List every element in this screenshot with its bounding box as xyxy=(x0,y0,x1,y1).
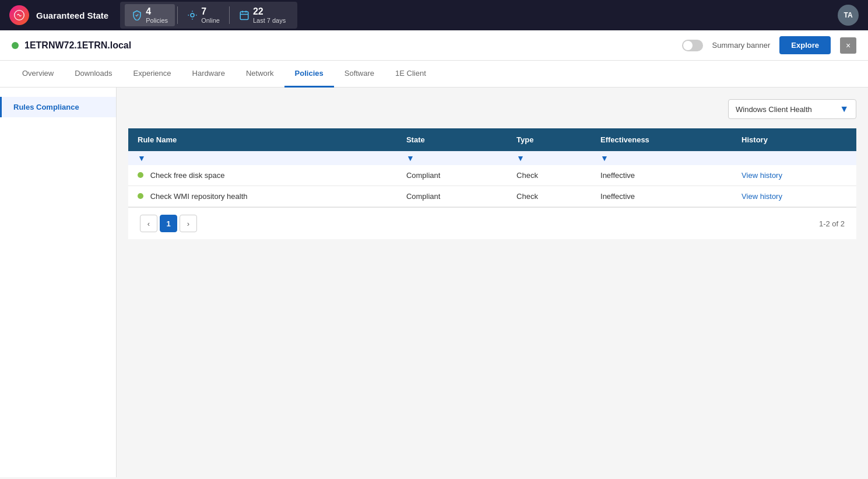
rules-table: Rule Name State Type Effectiveness Histo… xyxy=(128,128,856,207)
dropdown-container: Windows Client Health ▼ xyxy=(128,99,856,119)
table-row: Check WMI repository health Compliant Ch… xyxy=(128,186,856,207)
cell-effectiveness-2: Ineffective xyxy=(591,186,732,207)
app-logo xyxy=(9,5,29,25)
sidebar-item-rules-compliance[interactable]: Rules Compliance xyxy=(0,97,116,117)
main-content: Rules Compliance Windows Client Health ▼… xyxy=(0,88,868,477)
stat-online[interactable]: 7 Online xyxy=(180,4,227,26)
current-page-button[interactable]: 1 xyxy=(160,215,177,232)
device-name: 1ETRNW72.1ETRN.local xyxy=(24,40,131,51)
filter-rule-name[interactable]: ▼ xyxy=(128,151,397,165)
cell-state-1: Compliant xyxy=(397,165,507,186)
cell-rule-name-2: Check WMI repository health xyxy=(128,186,397,207)
svg-rect-2 xyxy=(240,12,248,20)
prev-page-button[interactable]: ‹ xyxy=(140,215,157,232)
filter-state[interactable]: ▼ xyxy=(397,151,507,165)
filter-row: ▼ ▼ ▼ ▼ xyxy=(128,151,856,165)
cell-type-1: Check xyxy=(507,165,591,186)
filter-icon-state: ▼ xyxy=(406,153,414,163)
tab-software[interactable]: Software xyxy=(334,61,385,88)
filter-type[interactable]: ▼ xyxy=(507,151,591,165)
top-bar: Guaranteed State 4 Policies 7 Online xyxy=(0,0,868,30)
device-status-dot xyxy=(12,42,19,49)
filter-icon-rule-name: ▼ xyxy=(138,153,146,163)
cell-rule-name-1: Check free disk space xyxy=(128,165,397,186)
tab-overview[interactable]: Overview xyxy=(12,61,64,88)
page-buttons: ‹ 1 › xyxy=(140,215,197,232)
tab-downloads[interactable]: Downloads xyxy=(64,61,122,88)
content-area: Windows Client Health ▼ Rule Name State … xyxy=(117,88,868,477)
cell-state-2: Compliant xyxy=(397,186,507,207)
col-rule-name: Rule Name xyxy=(128,128,397,151)
policies-label: Policies xyxy=(146,17,168,24)
tab-bar: Overview Downloads Experience Hardware N… xyxy=(0,61,868,88)
next-page-button[interactable]: › xyxy=(180,215,197,232)
sidebar-item-label: Rules Compliance xyxy=(13,103,79,111)
cell-history-1: View history xyxy=(732,165,856,186)
online-count: 7 xyxy=(201,6,220,17)
pagination-bar: ‹ 1 › 1-2 of 2 xyxy=(128,207,856,239)
online-label: Online xyxy=(201,17,220,24)
stat-divider-1 xyxy=(177,6,178,24)
dropdown-value: Windows Client Health xyxy=(736,105,812,114)
cell-type-2: Check xyxy=(507,186,591,207)
row-status-dot-2 xyxy=(138,193,143,199)
page-info: 1-2 of 2 xyxy=(819,219,845,228)
tab-hardware[interactable]: Hardware xyxy=(182,61,236,88)
col-effectiveness: Effectiveness xyxy=(591,128,732,151)
stats-bar: 4 Policies 7 Online 22 Last 7 days xyxy=(120,2,297,29)
sidebar: Rules Compliance xyxy=(0,88,117,477)
col-history: History xyxy=(732,128,856,151)
filter-history xyxy=(732,151,856,165)
close-button[interactable]: × xyxy=(840,37,856,54)
stat-policies[interactable]: 4 Policies xyxy=(125,4,175,26)
filter-icon-type: ▼ xyxy=(516,153,525,163)
row-status-dot-1 xyxy=(138,172,143,178)
rule-name-1: Check free disk space xyxy=(150,171,225,180)
view-history-link-2[interactable]: View history xyxy=(742,192,782,201)
last7days-label: Last 7 days xyxy=(253,17,286,24)
col-state: State xyxy=(397,128,507,151)
cell-effectiveness-1: Ineffective xyxy=(591,165,732,186)
app-title: Guaranteed State xyxy=(36,11,108,20)
table-row: Check free disk space Compliant Check In… xyxy=(128,165,856,186)
device-bar-right: Summary banner Explore × xyxy=(682,36,856,54)
stat-divider-2 xyxy=(229,6,230,24)
tab-1eclient[interactable]: 1E Client xyxy=(385,61,437,88)
policies-count: 4 xyxy=(146,6,168,17)
summary-banner-toggle[interactable] xyxy=(682,40,703,51)
toggle-knob xyxy=(683,41,693,50)
dropdown-arrow-icon: ▼ xyxy=(839,104,849,114)
view-history-link-1[interactable]: View history xyxy=(742,171,782,180)
tab-policies[interactable]: Policies xyxy=(284,61,334,88)
summary-banner-label: Summary banner xyxy=(712,41,771,50)
explore-button[interactable]: Explore xyxy=(779,36,831,54)
top-bar-right: TA xyxy=(838,5,859,26)
policy-type-dropdown[interactable]: Windows Client Health ▼ xyxy=(728,99,856,119)
device-bar: 1ETRNW72.1ETRN.local Summary banner Expl… xyxy=(0,30,868,61)
col-type: Type xyxy=(507,128,591,151)
last7days-count: 22 xyxy=(253,6,286,17)
tab-network[interactable]: Network xyxy=(236,61,284,88)
table-header: Rule Name State Type Effectiveness Histo… xyxy=(128,128,856,151)
tab-experience[interactable]: Experience xyxy=(123,61,182,88)
filter-icon-effectiveness: ▼ xyxy=(600,153,609,163)
rule-name-2: Check WMI repository health xyxy=(150,192,248,201)
stat-last7days[interactable]: 22 Last 7 days xyxy=(232,4,293,26)
svg-point-1 xyxy=(191,13,194,17)
cell-history-2: View history xyxy=(732,186,856,207)
filter-effectiveness[interactable]: ▼ xyxy=(591,151,732,165)
avatar[interactable]: TA xyxy=(838,5,859,26)
